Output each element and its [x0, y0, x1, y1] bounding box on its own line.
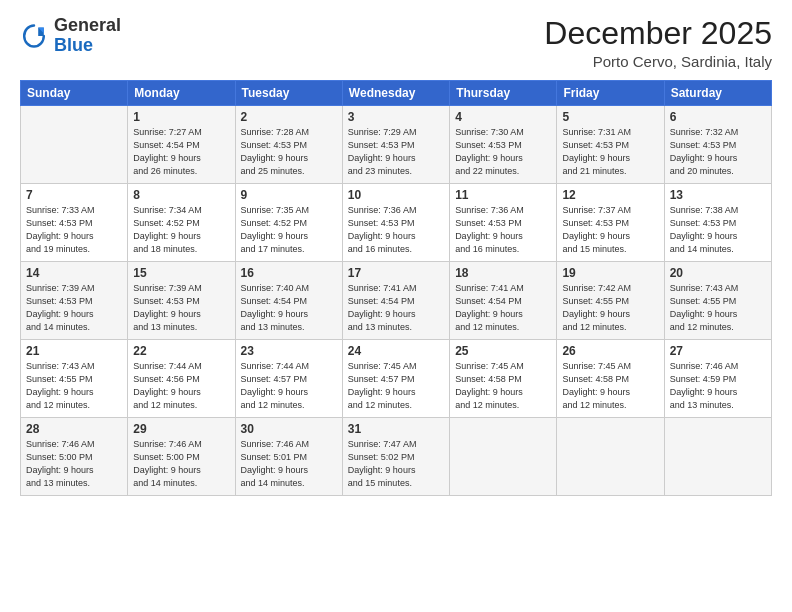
day-number: 7	[26, 188, 122, 202]
day-number: 28	[26, 422, 122, 436]
day-info: Sunrise: 7:44 AM Sunset: 4:56 PM Dayligh…	[133, 360, 229, 412]
title-block: December 2025 Porto Cervo, Sardinia, Ita…	[544, 16, 772, 70]
day-info: Sunrise: 7:46 AM Sunset: 5:00 PM Dayligh…	[26, 438, 122, 490]
day-info: Sunrise: 7:35 AM Sunset: 4:52 PM Dayligh…	[241, 204, 337, 256]
day-info: Sunrise: 7:41 AM Sunset: 4:54 PM Dayligh…	[348, 282, 444, 334]
calendar-cell: 16Sunrise: 7:40 AM Sunset: 4:54 PM Dayli…	[235, 262, 342, 340]
day-info: Sunrise: 7:47 AM Sunset: 5:02 PM Dayligh…	[348, 438, 444, 490]
day-number: 25	[455, 344, 551, 358]
calendar-day-header: Thursday	[450, 81, 557, 106]
calendar-cell: 28Sunrise: 7:46 AM Sunset: 5:00 PM Dayli…	[21, 418, 128, 496]
day-number: 10	[348, 188, 444, 202]
day-info: Sunrise: 7:30 AM Sunset: 4:53 PM Dayligh…	[455, 126, 551, 178]
calendar-cell: 13Sunrise: 7:38 AM Sunset: 4:53 PM Dayli…	[664, 184, 771, 262]
calendar-cell: 21Sunrise: 7:43 AM Sunset: 4:55 PM Dayli…	[21, 340, 128, 418]
day-info: Sunrise: 7:28 AM Sunset: 4:53 PM Dayligh…	[241, 126, 337, 178]
calendar-cell: 4Sunrise: 7:30 AM Sunset: 4:53 PM Daylig…	[450, 106, 557, 184]
day-number: 17	[348, 266, 444, 280]
day-number: 6	[670, 110, 766, 124]
day-info: Sunrise: 7:43 AM Sunset: 4:55 PM Dayligh…	[670, 282, 766, 334]
day-number: 18	[455, 266, 551, 280]
day-number: 26	[562, 344, 658, 358]
day-number: 20	[670, 266, 766, 280]
day-info: Sunrise: 7:44 AM Sunset: 4:57 PM Dayligh…	[241, 360, 337, 412]
day-number: 29	[133, 422, 229, 436]
month-title: December 2025	[544, 16, 772, 51]
day-number: 24	[348, 344, 444, 358]
day-number: 4	[455, 110, 551, 124]
day-number: 5	[562, 110, 658, 124]
calendar-cell: 24Sunrise: 7:45 AM Sunset: 4:57 PM Dayli…	[342, 340, 449, 418]
day-number: 12	[562, 188, 658, 202]
day-number: 22	[133, 344, 229, 358]
day-info: Sunrise: 7:32 AM Sunset: 4:53 PM Dayligh…	[670, 126, 766, 178]
day-info: Sunrise: 7:42 AM Sunset: 4:55 PM Dayligh…	[562, 282, 658, 334]
calendar-cell: 27Sunrise: 7:46 AM Sunset: 4:59 PM Dayli…	[664, 340, 771, 418]
day-number: 1	[133, 110, 229, 124]
calendar-cell: 7Sunrise: 7:33 AM Sunset: 4:53 PM Daylig…	[21, 184, 128, 262]
day-info: Sunrise: 7:33 AM Sunset: 4:53 PM Dayligh…	[26, 204, 122, 256]
calendar-day-header: Monday	[128, 81, 235, 106]
day-number: 11	[455, 188, 551, 202]
day-number: 30	[241, 422, 337, 436]
calendar-week-row: 28Sunrise: 7:46 AM Sunset: 5:00 PM Dayli…	[21, 418, 772, 496]
calendar-cell: 29Sunrise: 7:46 AM Sunset: 5:00 PM Dayli…	[128, 418, 235, 496]
calendar-cell: 15Sunrise: 7:39 AM Sunset: 4:53 PM Dayli…	[128, 262, 235, 340]
calendar-cell: 9Sunrise: 7:35 AM Sunset: 4:52 PM Daylig…	[235, 184, 342, 262]
day-number: 31	[348, 422, 444, 436]
day-info: Sunrise: 7:45 AM Sunset: 4:57 PM Dayligh…	[348, 360, 444, 412]
calendar-cell: 19Sunrise: 7:42 AM Sunset: 4:55 PM Dayli…	[557, 262, 664, 340]
day-info: Sunrise: 7:31 AM Sunset: 4:53 PM Dayligh…	[562, 126, 658, 178]
day-number: 21	[26, 344, 122, 358]
day-info: Sunrise: 7:41 AM Sunset: 4:54 PM Dayligh…	[455, 282, 551, 334]
calendar-cell: 14Sunrise: 7:39 AM Sunset: 4:53 PM Dayli…	[21, 262, 128, 340]
calendar-cell: 8Sunrise: 7:34 AM Sunset: 4:52 PM Daylig…	[128, 184, 235, 262]
day-number: 3	[348, 110, 444, 124]
calendar-cell: 2Sunrise: 7:28 AM Sunset: 4:53 PM Daylig…	[235, 106, 342, 184]
calendar-cell	[21, 106, 128, 184]
calendar-cell	[450, 418, 557, 496]
day-number: 14	[26, 266, 122, 280]
calendar-cell	[664, 418, 771, 496]
day-number: 13	[670, 188, 766, 202]
day-info: Sunrise: 7:39 AM Sunset: 4:53 PM Dayligh…	[133, 282, 229, 334]
day-info: Sunrise: 7:36 AM Sunset: 4:53 PM Dayligh…	[455, 204, 551, 256]
day-number: 27	[670, 344, 766, 358]
calendar-cell: 26Sunrise: 7:45 AM Sunset: 4:58 PM Dayli…	[557, 340, 664, 418]
calendar-week-row: 14Sunrise: 7:39 AM Sunset: 4:53 PM Dayli…	[21, 262, 772, 340]
calendar-cell: 30Sunrise: 7:46 AM Sunset: 5:01 PM Dayli…	[235, 418, 342, 496]
calendar-cell: 31Sunrise: 7:47 AM Sunset: 5:02 PM Dayli…	[342, 418, 449, 496]
calendar-day-header: Friday	[557, 81, 664, 106]
day-info: Sunrise: 7:36 AM Sunset: 4:53 PM Dayligh…	[348, 204, 444, 256]
day-info: Sunrise: 7:43 AM Sunset: 4:55 PM Dayligh…	[26, 360, 122, 412]
calendar-cell: 22Sunrise: 7:44 AM Sunset: 4:56 PM Dayli…	[128, 340, 235, 418]
day-info: Sunrise: 7:40 AM Sunset: 4:54 PM Dayligh…	[241, 282, 337, 334]
calendar-day-header: Tuesday	[235, 81, 342, 106]
day-number: 9	[241, 188, 337, 202]
logo-blue: Blue	[54, 35, 93, 55]
calendar-day-header: Wednesday	[342, 81, 449, 106]
calendar-body: 1Sunrise: 7:27 AM Sunset: 4:54 PM Daylig…	[21, 106, 772, 496]
calendar-cell: 6Sunrise: 7:32 AM Sunset: 4:53 PM Daylig…	[664, 106, 771, 184]
day-number: 2	[241, 110, 337, 124]
day-number: 16	[241, 266, 337, 280]
calendar-week-row: 7Sunrise: 7:33 AM Sunset: 4:53 PM Daylig…	[21, 184, 772, 262]
calendar-cell: 1Sunrise: 7:27 AM Sunset: 4:54 PM Daylig…	[128, 106, 235, 184]
calendar-cell: 18Sunrise: 7:41 AM Sunset: 4:54 PM Dayli…	[450, 262, 557, 340]
calendar-week-row: 21Sunrise: 7:43 AM Sunset: 4:55 PM Dayli…	[21, 340, 772, 418]
calendar-cell: 10Sunrise: 7:36 AM Sunset: 4:53 PM Dayli…	[342, 184, 449, 262]
calendar-cell: 23Sunrise: 7:44 AM Sunset: 4:57 PM Dayli…	[235, 340, 342, 418]
day-info: Sunrise: 7:45 AM Sunset: 4:58 PM Dayligh…	[562, 360, 658, 412]
calendar-cell: 17Sunrise: 7:41 AM Sunset: 4:54 PM Dayli…	[342, 262, 449, 340]
calendar-day-header: Sunday	[21, 81, 128, 106]
calendar-table: SundayMondayTuesdayWednesdayThursdayFrid…	[20, 80, 772, 496]
day-info: Sunrise: 7:45 AM Sunset: 4:58 PM Dayligh…	[455, 360, 551, 412]
day-info: Sunrise: 7:37 AM Sunset: 4:53 PM Dayligh…	[562, 204, 658, 256]
day-info: Sunrise: 7:38 AM Sunset: 4:53 PM Dayligh…	[670, 204, 766, 256]
day-info: Sunrise: 7:34 AM Sunset: 4:52 PM Dayligh…	[133, 204, 229, 256]
day-info: Sunrise: 7:46 AM Sunset: 4:59 PM Dayligh…	[670, 360, 766, 412]
day-info: Sunrise: 7:46 AM Sunset: 5:01 PM Dayligh…	[241, 438, 337, 490]
day-info: Sunrise: 7:29 AM Sunset: 4:53 PM Dayligh…	[348, 126, 444, 178]
day-number: 15	[133, 266, 229, 280]
calendar-cell: 25Sunrise: 7:45 AM Sunset: 4:58 PM Dayli…	[450, 340, 557, 418]
